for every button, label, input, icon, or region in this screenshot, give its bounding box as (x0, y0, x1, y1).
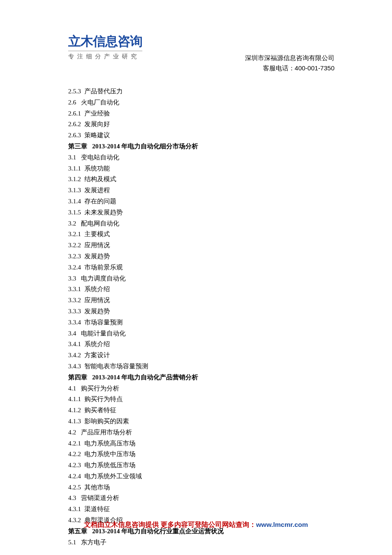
document-page: 立木信息咨询 专注细分产业研究 深圳市深福源信息咨询有限公司 客服电话：400-… (0, 0, 392, 555)
toc-item: 2.6.1 产业经验 (68, 108, 334, 119)
logo-title: 立木信息咨询 (68, 34, 142, 48)
toc-item: 4.1 购买行为分析 (68, 383, 334, 394)
table-of-contents: 2.5.3 产品替代压力2.6 火电厂自动化2.6.1 产业经验2.6.2 发展… (68, 86, 334, 548)
toc-item: 3.4.3 智能电表市场容量预测 (68, 361, 334, 372)
toc-item: 4.1.3 影响购买的因素 (68, 416, 334, 427)
phone-number: 400-001-7350 (295, 64, 334, 72)
company-name: 深圳市深福源信息咨询有限公司 (245, 53, 334, 63)
toc-chapter: 第三章 2013-2014 年电力自动化细分市场分析 (68, 141, 334, 152)
logo-block: 立木信息咨询 专注细分产业研究 (68, 34, 142, 61)
toc-item: 4.2.3 电力系统低压市场 (68, 460, 334, 471)
toc-item: 3.3.4 市场容量预测 (68, 317, 334, 328)
toc-item: 5.1 东方电子 (68, 537, 334, 548)
toc-item: 3.2.3 发展趋势 (68, 251, 334, 262)
toc-item: 3.2.2 应用情况 (68, 240, 334, 251)
toc-item: 3.3 电力调度自动化 (68, 273, 334, 284)
page-header: 立木信息咨询 专注细分产业研究 深圳市深福源信息咨询有限公司 客服电话：400-… (68, 34, 334, 73)
toc-item: 4.2.2 电力系统中压市场 (68, 449, 334, 460)
toc-item: 3.4.1 系统介绍 (68, 339, 334, 350)
toc-item: 4.2.1 电力系统高压市场 (68, 438, 334, 449)
toc-item: 4.3 营销渠道分析 (68, 493, 334, 504)
toc-item: 3.1 变电站自动化 (68, 152, 334, 163)
phone-label: 客服电话： (263, 65, 295, 72)
toc-item: 3.3.1 系统介绍 (68, 284, 334, 295)
toc-item: 3.2.4 市场前景乐观 (68, 262, 334, 273)
header-company-info: 深圳市深福源信息咨询有限公司 客服电话：400-001-7350 (245, 53, 334, 73)
toc-item: 4.3.1 渠道特征 (68, 504, 334, 515)
toc-item: 3.1.3 发展进程 (68, 185, 334, 196)
toc-item: 4.2.5 其他市场 (68, 482, 334, 493)
toc-item: 3.3.3 发展趋势 (68, 306, 334, 317)
toc-item: 3.4.2 方案设计 (68, 350, 334, 361)
toc-item: 3.1.5 未来发展趋势 (68, 207, 334, 218)
toc-item: 3.3.2 应用情况 (68, 295, 334, 306)
toc-item: 3.1.4 存在的问题 (68, 196, 334, 207)
toc-item: 3.1.1 系统功能 (68, 163, 334, 174)
toc-item: 3.2.1 主要模式 (68, 229, 334, 240)
toc-item: 3.2 配电网自动化 (68, 218, 334, 229)
footer-link[interactable]: www.lmcmr.com (256, 521, 308, 528)
phone-line: 客服电话：400-001-7350 (245, 63, 334, 73)
toc-item: 4.2 产品应用市场分析 (68, 427, 334, 438)
toc-item: 2.6.3 策略建议 (68, 130, 334, 141)
toc-item: 2.6.2 发展向好 (68, 119, 334, 130)
logo-subtitle: 专注细分产业研究 (68, 51, 142, 61)
toc-item: 3.4 电能计量自动化 (68, 328, 334, 339)
toc-item: 4.1.2 购买者特征 (68, 405, 334, 416)
page-footer: 文档由立木信息咨询提供 更多内容可登陆公司网站查询：www.lmcmr.com (0, 520, 392, 529)
toc-item: 3.1.2 结构及模式 (68, 174, 334, 185)
toc-chapter: 第四章 2013-2014 年电力自动化产品营销分析 (68, 372, 334, 383)
toc-item: 2.5.3 产品替代压力 (68, 86, 334, 97)
toc-item: 4.1.1 购买行为特点 (68, 394, 334, 405)
toc-item: 4.2.4 电力系统外工业领域 (68, 471, 334, 482)
footer-text: 文档由立木信息咨询提供 更多内容可登陆公司网站查询： (84, 521, 256, 528)
toc-item: 2.6 火电厂自动化 (68, 97, 334, 108)
